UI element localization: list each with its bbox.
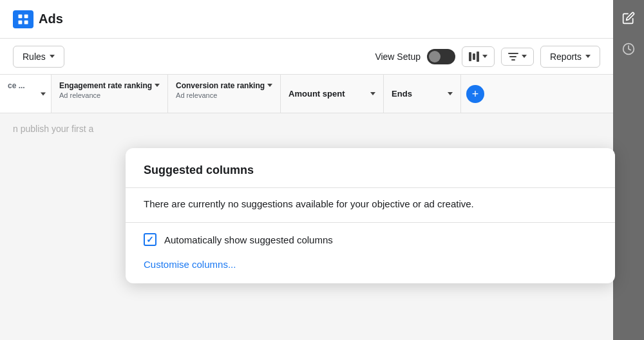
- col-sort-icon-1: [155, 84, 160, 87]
- view-setup-toggle[interactable]: [427, 49, 455, 64]
- empty-state-text: n publish your first a: [0, 113, 613, 144]
- columns-icon: [469, 52, 479, 62]
- svg-rect-1: [19, 14, 23, 18]
- ads-logo: Ads: [13, 10, 63, 28]
- toolbar-right: View Setup: [375, 46, 600, 68]
- col-header-truncated: ce ...: [0, 75, 52, 113]
- svg-rect-2: [24, 14, 28, 18]
- popup-body-text: There are currently no suggestions avail…: [144, 198, 597, 209]
- popup-divider-bottom: [126, 222, 615, 223]
- add-column-cell: +: [461, 75, 489, 113]
- col-sort-icon-4: [448, 92, 453, 95]
- col-sort-icon-2: [267, 84, 272, 87]
- toolbar-left: Rules: [13, 46, 64, 68]
- reports-label: Reports: [550, 52, 582, 62]
- pencil-icon[interactable]: [618, 8, 639, 28]
- filter-icon: [508, 53, 518, 61]
- filter-button[interactable]: [501, 48, 534, 66]
- popup-divider-top: [126, 187, 615, 188]
- col-header-ends: Ends: [384, 75, 461, 113]
- toolbar: Rules View Setup: [0, 39, 613, 75]
- page-title: Ads: [39, 12, 63, 26]
- svg-rect-4: [24, 20, 28, 24]
- columns-button[interactable]: [462, 46, 495, 67]
- checkbox-label: Automatically show suggested columns: [164, 234, 333, 245]
- clock-icon[interactable]: [618, 39, 639, 59]
- popup-title: Suggested columns: [144, 164, 597, 177]
- filter-chevron-icon: [522, 55, 527, 58]
- col-header-engagement: Engagement rate ranking Ad relevance: [52, 75, 168, 113]
- add-column-button[interactable]: +: [466, 85, 484, 103]
- header-bar: Ads: [0, 0, 613, 39]
- col-header-conversion: Conversion rate ranking Ad relevance: [168, 75, 281, 113]
- columns-chevron-icon: [482, 55, 488, 58]
- right-sidebar: [613, 0, 644, 340]
- ads-logo-icon: [13, 10, 33, 28]
- view-setup-label: View Setup: [375, 52, 421, 62]
- rules-button[interactable]: Rules: [13, 46, 64, 68]
- checkmark-icon: ✓: [146, 234, 154, 245]
- rules-chevron-icon: [50, 55, 55, 58]
- reports-chevron-icon: [585, 55, 591, 58]
- col-sort-icon-3: [370, 92, 375, 95]
- col-sort-icon-0: [41, 92, 46, 95]
- rules-label: Rules: [23, 52, 46, 62]
- checkbox-row: ✓ Automatically show suggested columns: [144, 233, 597, 246]
- suggested-columns-popup: Suggested columns There are currently no…: [126, 148, 615, 283]
- svg-rect-3: [19, 20, 23, 24]
- auto-show-checkbox[interactable]: ✓: [144, 233, 156, 246]
- table-header: ce ... Engagement rate ranking Ad releva…: [0, 75, 613, 113]
- customise-columns-link[interactable]: Customise columns...: [144, 259, 236, 270]
- reports-button[interactable]: Reports: [540, 46, 600, 68]
- col-header-amount: Amount spent: [281, 75, 384, 113]
